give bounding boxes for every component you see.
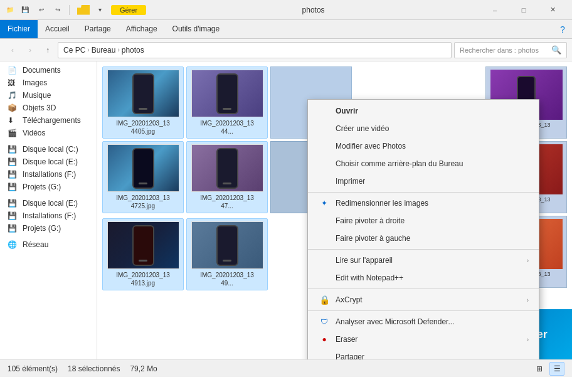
tab-affichage[interactable]: Affichage (119, 20, 165, 38)
back-btn[interactable]: ‹ (5, 43, 20, 58)
sidebar-item-musique[interactable]: 🎵 Musique (0, 89, 97, 102)
cm-defender[interactable]: 🛡 Analyser avec Microsoft Defender... (308, 313, 539, 331)
view-list[interactable]: ☰ (549, 362, 564, 376)
cm-defender-icon: 🛡 (318, 317, 331, 327)
cm-axcrypt-arrow: › (527, 297, 529, 304)
cm-notepad[interactable]: Edit with Notepad++ (308, 269, 539, 287)
view-controls: ⊞ ☰ (532, 362, 564, 376)
sidebar-item-installF2[interactable]: 💾 Installations (F:) (0, 209, 97, 222)
tab-partage[interactable]: Partage (77, 20, 119, 38)
file-thumb-8[interactable]: IMG_20201203_1349... (186, 218, 268, 290)
sep1: › (87, 46, 89, 53)
address-bar[interactable]: Ce PC › Bureau › photos (58, 42, 452, 58)
file-thumb-2[interactable]: IMG_20201203_1344... (186, 66, 268, 139)
file-thumb-4[interactable]: IMG_20201203_134725.jpg (102, 141, 184, 213)
thumb-img-4 (107, 144, 179, 192)
cm-modify-photos[interactable]: Modifier avec Photos (308, 137, 539, 155)
close-btn[interactable]: ✕ (538, 0, 567, 20)
breadcrumb-cepc[interactable]: Ce PC (63, 46, 85, 55)
up-btn[interactable]: ↑ (40, 43, 55, 58)
cm-photos-icon (318, 141, 331, 151)
sidebar-item-documents[interactable]: 📄 Documents (0, 64, 97, 77)
cm-sep-3 (308, 289, 539, 289)
search-bar[interactable]: Rechercher dans : photos 🔍 (454, 42, 567, 58)
sidebar-label-diskE2: Disque local (E:) (23, 199, 78, 208)
cm-print-icon (318, 176, 331, 186)
sidebar-label-3d: Objets 3D (23, 103, 56, 112)
breadcrumb-photos[interactable]: photos (122, 46, 144, 55)
cm-share-label: Partager (336, 352, 364, 359)
file-thumb-7[interactable]: IMG_20201203_134913.jpg (102, 218, 184, 290)
thumb-img-7 (107, 221, 179, 269)
tab-accueil[interactable]: Accueil (38, 20, 77, 38)
sidebar: 📄 Documents 🖼 Images 🎵 Musique 📦 Objets … (0, 61, 97, 359)
gerer-tab[interactable]: Gérer (111, 5, 146, 15)
view-large-icons[interactable]: ⊞ (532, 362, 547, 376)
cm-rotate-left-icon (318, 233, 331, 243)
cm-partager[interactable]: Partager (308, 348, 539, 359)
cm-video-label: Créer une vidéo (336, 124, 389, 133)
quick-redo-btn[interactable]: ↪ (51, 4, 64, 16)
cm-rotate-left[interactable]: Faire pivoter à gauche (308, 230, 539, 247)
cm-eraser[interactable]: ● Eraser › (308, 331, 539, 348)
forward-btn[interactable]: › (23, 43, 38, 58)
status-size: 79,2 Mo (130, 364, 157, 373)
cm-axcrypt[interactable]: 🔒 AxCrypt › (308, 291, 539, 309)
sidebar-item-diskE1[interactable]: 💾 Disque local (E:) (0, 156, 97, 168)
sidebar-item-videos[interactable]: 🎬 Vidéos (0, 127, 97, 139)
phone-4 (132, 148, 154, 189)
thumb-label-7: IMG_20201203_134913.jpg (116, 271, 170, 287)
installF2-icon: 💾 (8, 211, 19, 220)
window-controls: – □ ✕ (480, 0, 567, 20)
cm-open-label: Ouvrir (336, 107, 358, 115)
sidebar-label-installF1: Installations (F:) (23, 170, 76, 179)
cm-rotate-right[interactable]: Faire pivoter à droite (308, 212, 539, 230)
help-btn[interactable]: ? (553, 20, 572, 38)
qa-dropdown[interactable]: ▾ (93, 4, 106, 16)
sidebar-item-projetG1[interactable]: 💾 Projets (G:) (0, 181, 97, 193)
sep2: › (117, 46, 119, 53)
file-thumb-5[interactable]: IMG_20201203_1347... (186, 141, 268, 213)
thumb-img-5 (191, 144, 263, 192)
sidebar-item-reseau[interactable]: 🌐 Réseau (0, 238, 97, 251)
projetG2-icon: 💾 (8, 224, 19, 233)
quick-undo-btn[interactable]: ↩ (35, 4, 48, 16)
status-selected: 18 sélectionnés (68, 364, 120, 373)
cm-axcrypt-label: AxCrypt (336, 295, 363, 304)
thumb-label-1: IMG_20201203_134405.jpg (116, 119, 170, 135)
sidebar-item-projetG2[interactable]: 💾 Projets (G:) (0, 222, 97, 235)
tab-outils[interactable]: Outils d'image (165, 20, 228, 38)
sidebar-label-diskC: Disque local (C:) (23, 145, 78, 154)
cm-open[interactable]: Ouvrir (308, 102, 539, 120)
quick-save-btn[interactable]: 💾 (19, 4, 31, 16)
documents-icon: 📄 (8, 66, 19, 75)
breadcrumb-bureau[interactable]: Bureau (92, 46, 116, 55)
status-bar: 105 élément(s) 18 sélectionnés 79,2 Mo ⊞… (0, 359, 572, 377)
sidebar-label-dl: Téléchargements (23, 116, 81, 125)
sidebar-item-objets3d[interactable]: 📦 Objets 3D (0, 102, 97, 114)
sidebar-item-images[interactable]: 🖼 Images (0, 77, 97, 89)
sidebar-item-telechargements[interactable]: ⬇ Téléchargements (0, 114, 97, 127)
tab-fichier[interactable]: Fichier (0, 20, 38, 38)
diskC-icon: 💾 (8, 145, 19, 154)
cm-create-video[interactable]: Créer une vidéo (308, 120, 539, 137)
sidebar-item-diskE2[interactable]: 💾 Disque local (E:) (0, 197, 97, 209)
cm-notepad-label: Edit with Notepad++ (336, 273, 403, 282)
file-thumb-1[interactable]: IMG_20201203_134405.jpg (102, 66, 184, 139)
window-title: photos (146, 6, 480, 14)
cm-resize[interactable]: ✦ Redimensionner les images (308, 194, 539, 212)
cm-play-arrow: › (527, 257, 529, 264)
cm-wallpaper[interactable]: Choisir comme arrière-plan du Bureau (308, 155, 539, 172)
cm-print[interactable]: Imprimer (308, 172, 539, 190)
sidebar-label-images: Images (23, 78, 47, 87)
minimize-btn[interactable]: – (480, 0, 509, 20)
video-icon: 🎬 (8, 129, 19, 137)
sidebar-item-installF1[interactable]: 💾 Installations (F:) (0, 168, 97, 181)
cm-sep-1 (308, 192, 539, 193)
phone-1 (132, 73, 154, 114)
maximize-btn[interactable]: □ (509, 0, 538, 20)
cm-rotate-right-label: Faire pivoter à droite (336, 216, 405, 225)
sidebar-item-diskC[interactable]: 💾 Disque local (C:) (0, 143, 97, 156)
cm-play-device[interactable]: Lire sur l'appareil › (308, 252, 539, 269)
installF1-icon: 💾 (8, 170, 19, 179)
